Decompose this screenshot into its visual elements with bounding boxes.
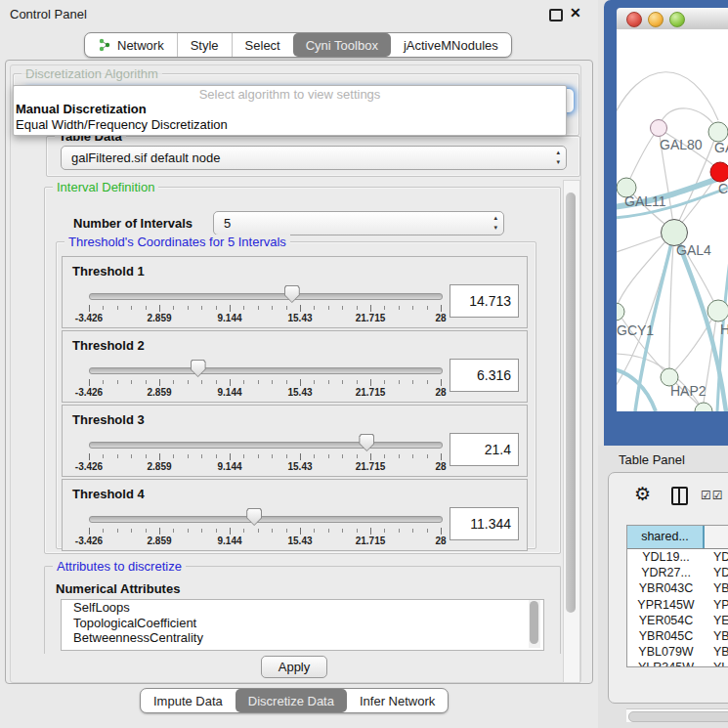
slider-handle[interactable] xyxy=(359,434,374,451)
tab-select[interactable]: Select xyxy=(232,33,293,57)
threshold-label: Threshold 4 xyxy=(72,487,145,501)
network-canvas-container: GAL80 GA C GAL11 GAL4 GCY1 H HAP2 xyxy=(617,29,728,411)
table-row[interactable]: YLR345WYLR3 xyxy=(627,660,728,667)
minimize-traffic-light[interactable] xyxy=(648,12,664,27)
slider-track[interactable] xyxy=(89,442,443,449)
threshold-value-field[interactable]: 6.316 xyxy=(450,359,519,392)
zoom-traffic-light[interactable] xyxy=(669,12,685,27)
thresholds-group-title: Threshold's Coordinates for 5 Intervals xyxy=(64,235,290,249)
table-scrollbar-thumb[interactable] xyxy=(628,711,728,722)
node-top-right[interactable] xyxy=(708,122,728,142)
threshold-value-field[interactable]: 21.4 xyxy=(450,433,519,466)
threshold-box: Threshold 2 -3.4262.8599.14415.4321.7152… xyxy=(62,330,528,403)
threshold-box: Threshold 3 -3.4262.8599.14415.4321.7152… xyxy=(62,405,528,477)
close-icon[interactable]: ✕ xyxy=(570,5,581,21)
popup-hint-text: Select algorithm to view settings xyxy=(14,86,566,102)
node-gcy1[interactable] xyxy=(617,303,624,321)
attribute-list-item[interactable]: SelfLoops xyxy=(62,600,543,616)
checkbox-icons[interactable]: ☑☑ xyxy=(701,489,724,502)
attributes-scrollbar-thumb[interactable] xyxy=(530,601,538,644)
table-row[interactable]: YPR145WYPR1 xyxy=(627,597,728,613)
column-header-shared-name[interactable]: shared... xyxy=(627,526,705,548)
threshold-box: Threshold 4 -3.4262.8599.14415.4321.7152… xyxy=(62,479,528,551)
slider-track[interactable] xyxy=(89,293,443,300)
tab-style[interactable]: Style xyxy=(177,33,232,57)
threshold-value-field[interactable]: 14.713 xyxy=(450,284,519,318)
slider-track[interactable] xyxy=(89,367,443,374)
slider-ticks xyxy=(89,528,442,535)
tab-impute-data[interactable]: Impute Data xyxy=(141,689,236,712)
table-row[interactable]: YDR27...YDR2 xyxy=(627,565,728,580)
threshold-label: Threshold 2 xyxy=(72,338,145,353)
popup-option-equal-width[interactable]: Equal Width/Frequency Discretization xyxy=(14,117,566,133)
table-data-combobox-value: galFiltered.sif default node xyxy=(71,147,220,169)
network-window-titlebar[interactable] xyxy=(617,8,728,30)
table-row[interactable]: YDL19...YDL1 xyxy=(627,549,728,565)
network-view-window: GAL80 GA C GAL11 GAL4 GCY1 H HAP2 xyxy=(604,0,728,446)
attributes-list-scrollbar[interactable] xyxy=(529,600,540,648)
network-icon xyxy=(98,38,111,52)
close-traffic-light[interactable] xyxy=(626,12,642,27)
tab-cyni-toolbox[interactable]: Cyni Toolbox xyxy=(293,33,391,57)
node-label: GA xyxy=(714,140,728,155)
apply-button[interactable]: Apply xyxy=(261,656,327,678)
node-label: GAL11 xyxy=(624,193,666,209)
table-data-combobox[interactable]: galFiltered.sif default node ▴▾ xyxy=(61,146,567,170)
table-row[interactable]: YBR043CYBR0 xyxy=(627,580,728,596)
attributes-group-title: Attributes to discretize xyxy=(53,559,186,574)
node-label: GAL4 xyxy=(676,242,711,258)
combobox-spinner-icon[interactable]: ▴▾ xyxy=(493,213,497,233)
table-panel-title: Table Panel xyxy=(619,452,685,467)
tab-discretize-data[interactable]: Discretize Data xyxy=(236,689,347,712)
slider-handle[interactable] xyxy=(284,285,300,303)
node-h[interactable] xyxy=(707,300,728,321)
table-header-row: shared... n xyxy=(627,526,728,549)
number-of-intervals-combobox[interactable]: 5 ▴▾ xyxy=(213,211,504,236)
node-selected-red[interactable] xyxy=(710,162,728,182)
table-row[interactable]: YBL079WYBL0 xyxy=(627,644,728,660)
slider-tick-labels: -3.4262.8599.14415.4321.71528 xyxy=(89,535,442,547)
slider-handle[interactable] xyxy=(191,360,206,377)
threshold-label: Threshold 1 xyxy=(72,264,145,278)
numerical-attributes-label: Numerical Attributes xyxy=(56,581,180,596)
node-label: H xyxy=(720,321,728,337)
interval-definition-title: Interval Definition xyxy=(53,180,158,194)
tab-network[interactable]: Network xyxy=(85,33,177,57)
tab-jactivemnodules[interactable]: jActiveMNodules xyxy=(391,33,511,57)
app-root: Control Panel ✕ NetworkStyleSelectCyni T… xyxy=(0,0,728,728)
thresholds-list: Threshold 1 -3.4262.8599.14415.4321.7152… xyxy=(62,256,528,553)
slider-tick-labels: -3.4262.8599.14415.4321.71528 xyxy=(89,313,442,324)
threshold-label: Threshold 3 xyxy=(72,412,145,427)
slider-track[interactable] xyxy=(89,516,443,523)
node-gal80[interactable] xyxy=(651,120,667,137)
slider-ticks xyxy=(89,379,442,387)
slider-ticks xyxy=(89,453,442,461)
node-label: GAL80 xyxy=(660,137,703,152)
tab-infer-network[interactable]: Infer Network xyxy=(347,689,448,712)
panel-scrollbar-thumb[interactable] xyxy=(566,193,576,613)
table-row[interactable]: YBR045CYBR0 xyxy=(627,628,728,644)
table-horizontal-scrollbar[interactable] xyxy=(626,708,728,722)
discretization-algorithm-title: Discretization Algorithm xyxy=(21,66,162,81)
number-of-intervals-label: Number of Intervals xyxy=(73,216,193,231)
split-columns-icon[interactable] xyxy=(671,487,688,505)
popup-option-manual[interactable]: Manual Discretization xyxy=(14,102,566,117)
combobox-spinner-icon[interactable]: ▴▾ xyxy=(556,148,560,167)
numerical-attributes-list: SelfLoopsTopologicalCoefficientBetweenne… xyxy=(61,599,544,651)
panel-title: Control Panel xyxy=(10,7,87,21)
float-window-icon[interactable] xyxy=(549,9,563,21)
threshold-value-field[interactable]: 11.344 xyxy=(450,507,519,540)
slider-handle[interactable] xyxy=(246,508,262,526)
table-row[interactable]: YER054CYER0 xyxy=(627,613,728,628)
table-panel-box: ⚙ ☑☑ shared... n YDL19...YDL1YDR27...YDR… xyxy=(608,472,728,704)
attribute-list-item[interactable]: TopologicalCoefficient xyxy=(62,616,543,631)
control-panel: Control Panel ✕ NetworkStyleSelectCyni T… xyxy=(0,0,598,728)
data-table: shared... n YDL19...YDL1YDR27...YDR2YBR0… xyxy=(626,525,728,667)
table-body: YDL19...YDL1YDR27...YDR2YBR043CYBR0YPR14… xyxy=(627,549,728,667)
network-canvas[interactable]: GAL80 GA C GAL11 GAL4 GCY1 H HAP2 xyxy=(617,29,728,411)
node-label: C xyxy=(718,181,728,196)
panel-vertical-scrollbar[interactable] xyxy=(563,180,580,683)
column-header-name[interactable]: n xyxy=(705,526,728,548)
attribute-list-item[interactable]: BetweennessCentrality xyxy=(62,630,543,646)
gear-icon[interactable]: ⚙ xyxy=(634,485,651,503)
